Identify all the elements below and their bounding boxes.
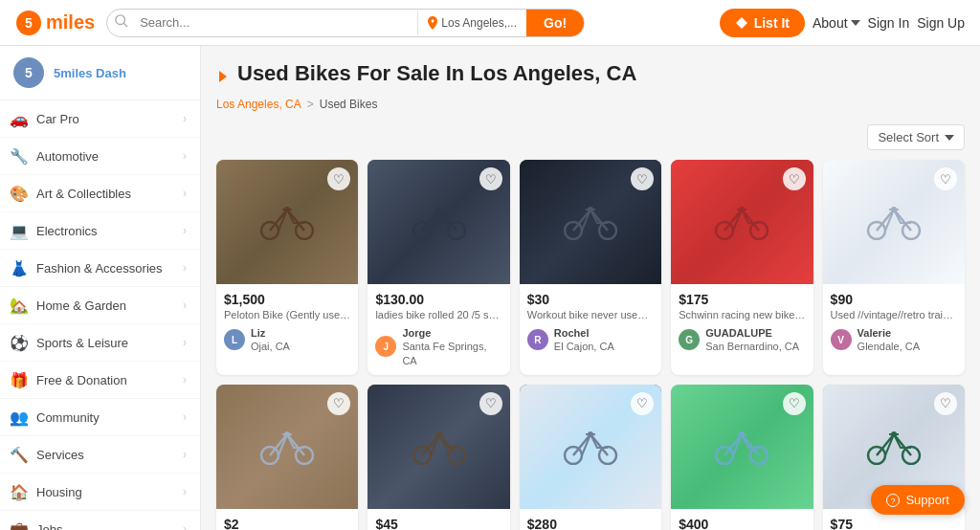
card-body: $130.00 ladies bike rolled 20 /5 spe... … (368, 284, 509, 375)
sidebar-item-sports-leisure[interactable]: ⚽ Sports & Leisure › (0, 324, 200, 362)
listing-card[interactable]: ♡ $400 Great bike/used twice A A Santa M… (671, 385, 813, 530)
sign-up-button[interactable]: Sign Up (917, 15, 965, 31)
listing-card[interactable]: ♡ $30 Workout bike never used s... R Roc… (520, 160, 661, 375)
sidebar-label-automotive: Automotive (36, 149, 99, 164)
sidebar-arrow-housing: › (183, 485, 187, 498)
main-layout: 5 5miles Dash 🚗 Car Pro › 🔧 Automotive ›… (0, 46, 980, 530)
sidebar-item-free-donation[interactable]: 🎁 Free & Donation › (0, 362, 200, 399)
avatar: 5 (13, 57, 44, 88)
seller-avatar: L (224, 329, 245, 350)
sidebar-icon-services: 🔨 (10, 445, 29, 464)
card-seller: L Liz Ojai, CA (224, 326, 350, 354)
sidebar-item-jobs[interactable]: 💼 Jobs › (0, 511, 200, 530)
logo-text: miles (46, 11, 95, 33)
sidebar-item-home-garden[interactable]: 🏡 Home & Garden › (0, 287, 200, 324)
sidebar-item-automotive[interactable]: 🔧 Automotive › (0, 138, 200, 175)
bike-svg (258, 204, 316, 240)
sign-in-button[interactable]: Sign In (868, 15, 910, 31)
sidebar-item-fashion-accessories[interactable]: 👗 Fashion & Accessories › (0, 250, 200, 287)
sidebar-icon-housing: 🏠 (10, 482, 29, 501)
sidebar-item-left: 💻 Electronics (10, 221, 98, 240)
sidebar-item-housing[interactable]: 🏠 Housing › (0, 474, 200, 511)
sidebar-item-left: 💼 Jobs (10, 519, 62, 530)
card-seller: R Rochel El Cajon, CA (527, 326, 654, 354)
support-label: Support (905, 493, 949, 507)
card-price: $30 (527, 292, 654, 307)
card-price: $400 (679, 517, 805, 530)
sidebar-item-services[interactable]: 🔨 Services › (0, 436, 200, 474)
heart-icon[interactable]: ♡ (631, 392, 654, 415)
card-price: $175 (679, 292, 805, 307)
sidebar-items: 🚗 Car Pro › 🔧 Automotive › 🎨 Art & Colle… (0, 100, 200, 530)
card-body: $45 cute purple monster high ... V Valer… (368, 509, 509, 530)
sidebar-label-home-garden: Home & Garden (36, 298, 126, 313)
sidebar-item-left: 🚗 Car Pro (10, 109, 79, 128)
sidebar-arrow-jobs: › (183, 522, 187, 530)
bike-svg (865, 429, 923, 465)
listing-card[interactable]: ♡ $280 SPECIALIZED SUMUS BIKE ... C Ceri… (520, 385, 661, 530)
sidebar-item-left: 👥 Community (10, 408, 100, 427)
card-description: Used //vintage//retro traini... (831, 309, 957, 320)
svg-marker-4 (736, 17, 747, 29)
seller-avatar: R (527, 329, 548, 350)
sidebar-item-left: 🎨 Art & Collectibles (10, 184, 131, 203)
sidebar-item-art-collectibles[interactable]: 🎨 Art & Collectibles › (0, 175, 200, 212)
listing-card[interactable]: ♡ $2 Wanted cheap used bike ti... m mart… (216, 385, 358, 530)
heart-icon[interactable]: ♡ (934, 167, 957, 190)
sidebar-icon-community: 👥 (10, 408, 29, 427)
bike-svg (258, 429, 316, 465)
seller-name: Liz (251, 326, 290, 340)
listing-card[interactable]: ♡ $130.00 ladies bike rolled 20 /5 spe..… (368, 160, 509, 375)
search-input[interactable] (136, 10, 417, 35)
logo[interactable]: 5 miles (15, 10, 95, 36)
location-text: Los Angeles,... (441, 16, 517, 30)
heart-icon[interactable]: ♡ (479, 392, 502, 415)
sidebar-icon-sports-leisure: ⚽ (10, 333, 29, 352)
heart-icon[interactable]: ♡ (783, 167, 806, 190)
seller-info: Liz Ojai, CA (251, 326, 290, 354)
sort-select[interactable]: Select Sort (867, 124, 965, 150)
sidebar-icon-fashion-accessories: 👗 (10, 258, 29, 277)
location-button[interactable]: Los Angeles,... (417, 11, 526, 35)
seller-location: San Bernardino, CA (705, 340, 799, 353)
bike-svg (411, 204, 468, 240)
heart-icon[interactable]: ♡ (479, 167, 502, 190)
bike-svg (713, 204, 770, 240)
seller-name: Valerie (858, 326, 920, 340)
support-button[interactable]: ? Support (871, 485, 965, 515)
sidebar-user[interactable]: 5 5miles Dash (0, 46, 200, 100)
sidebar-label-free-donation: Free & Donation (36, 373, 127, 387)
heart-icon[interactable]: ♡ (783, 392, 806, 415)
heart-icon[interactable]: ♡ (631, 167, 654, 190)
bike-svg (865, 204, 923, 240)
about-button[interactable]: About (813, 15, 860, 31)
card-body: $2 Wanted cheap used bike ti... m martin… (216, 509, 358, 530)
go-button[interactable]: Go! (526, 10, 584, 36)
listing-card[interactable]: ♡ $90 Used //vintage//retro traini... V … (823, 160, 965, 375)
sidebar-label-jobs: Jobs (36, 522, 62, 531)
sidebar-arrow-services: › (183, 448, 187, 461)
sidebar-icon-home-garden: 🏡 (10, 296, 29, 315)
seller-name: Rochel (554, 326, 614, 340)
support-icon: ? (886, 494, 900, 507)
breadcrumb-city[interactable]: Los Angeles, CA (216, 98, 301, 111)
sidebar-item-community[interactable]: 👥 Community › (0, 399, 200, 436)
card-body: $400 Great bike/used twice A A Santa Mon… (671, 509, 813, 530)
heart-icon[interactable]: ♡ (934, 392, 957, 415)
list-it-button[interactable]: List It (720, 9, 805, 37)
sidebar-arrow-electronics: › (183, 224, 187, 237)
sidebar-item-electronics[interactable]: 💻 Electronics › (0, 212, 200, 250)
listing-card[interactable]: ♡ $175 Schwinn racing new bike fo... G G… (671, 160, 813, 375)
svg-point-2 (116, 15, 125, 25)
sidebar-label-electronics: Electronics (36, 224, 98, 238)
sidebar: 5 5miles Dash 🚗 Car Pro › 🔧 Automotive ›… (0, 46, 201, 530)
card-seller: G GUADALUPE San Bernardino, CA (679, 326, 805, 354)
card-description: ladies bike rolled 20 /5 spe... (375, 309, 501, 320)
sidebar-item-car-pro[interactable]: 🚗 Car Pro › (0, 100, 200, 138)
listing-card[interactable]: ♡ $1,500 Peloton Bike (Gently used -... … (216, 160, 358, 375)
seller-avatar: G (679, 329, 700, 350)
listing-card[interactable]: ♡ $45 cute purple monster high ... V Val… (368, 385, 509, 530)
sidebar-item-left: 🔨 Services (10, 445, 84, 464)
header-right: List It About Sign In Sign Up (720, 9, 965, 37)
sidebar-item-left: 🏠 Housing (10, 482, 82, 501)
